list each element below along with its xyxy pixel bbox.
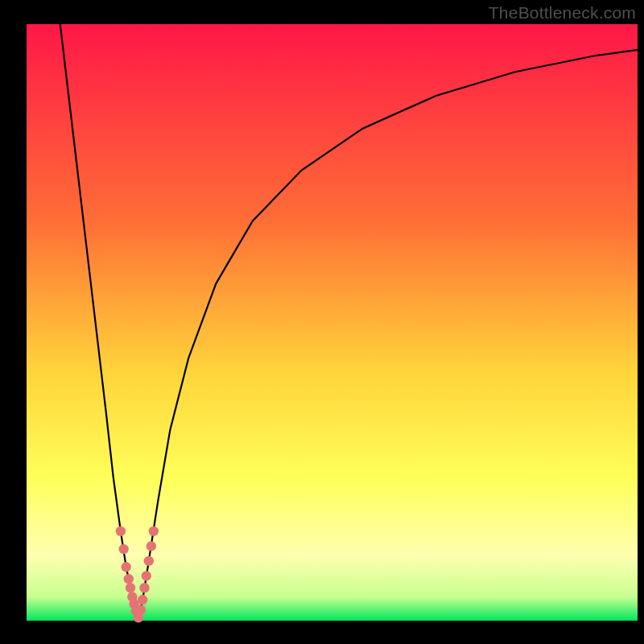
marker-dot — [142, 571, 151, 580]
marker-dot — [144, 556, 154, 566]
marker-dot — [139, 583, 149, 592]
marker-dot — [116, 526, 126, 536]
marker-dot — [124, 574, 134, 584]
marker-dot — [126, 583, 135, 592]
marker-dot — [149, 526, 159, 536]
watermark-text: TheBottleneck.com — [489, 3, 636, 23]
marker-dot — [136, 605, 146, 614]
chart-frame: TheBottleneck.com — [0, 0, 644, 644]
chart-svg — [0, 0, 644, 644]
marker-dot — [138, 595, 147, 605]
marker-dot — [122, 562, 131, 572]
marker-dot — [118, 544, 128, 554]
marker-dot — [147, 541, 156, 551]
